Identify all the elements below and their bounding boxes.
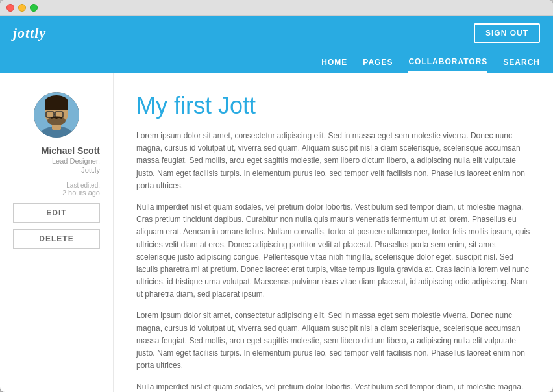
delete-button[interactable]: DELETE [13,229,100,249]
maximize-button[interactable] [30,4,38,12]
page-title: My first Jott [136,92,530,119]
sidebar: Michael Scott Lead Designer, Jott.ly Las… [0,73,114,392]
navigation: HOME PAGES COLLABORATORS SEARCH [0,51,553,73]
nav-item-home[interactable]: HOME [321,53,347,72]
user-company: Jott.ly [13,166,100,174]
user-role: Lead Designer, [13,157,100,165]
content-area: My first Jott Lorem ipsum dolor sit amet… [114,73,553,392]
header: jottly SIGN OUT [0,16,553,51]
nav-item-search[interactable]: SEARCH [503,53,540,72]
svg-rect-5 [45,102,68,110]
logo: jottly [13,25,46,42]
nav-item-pages[interactable]: PAGES [363,53,393,72]
paragraph-3: Lorem ipsum dolor sit amet, consectetur … [136,310,530,372]
paragraph-4: Nulla imperdiet nisl et quam sodales, ve… [136,381,530,392]
paragraph-2: Nulla imperdiet nisl et quam sodales, ve… [136,201,530,301]
user-name: Michael Scott [13,145,100,156]
browser-window: jottly SIGN OUT HOME PAGES COLLABORATORS… [0,0,553,392]
avatar [34,92,79,138]
edit-button[interactable]: EDIT [13,203,100,223]
nav-item-collaborators[interactable]: COLLABORATORS [408,52,487,73]
sign-out-button[interactable]: SIGN OUT [474,23,540,43]
minimize-button[interactable] [18,4,26,12]
close-button[interactable] [6,4,14,12]
last-edited-label: Last edited: [13,182,100,189]
paragraph-1: Lorem ipsum dolor sit amet, consectetur … [136,130,530,192]
last-edited-time: 2 hours ago [13,189,100,197]
main-content: Michael Scott Lead Designer, Jott.ly Las… [0,73,553,392]
title-bar [0,0,553,16]
